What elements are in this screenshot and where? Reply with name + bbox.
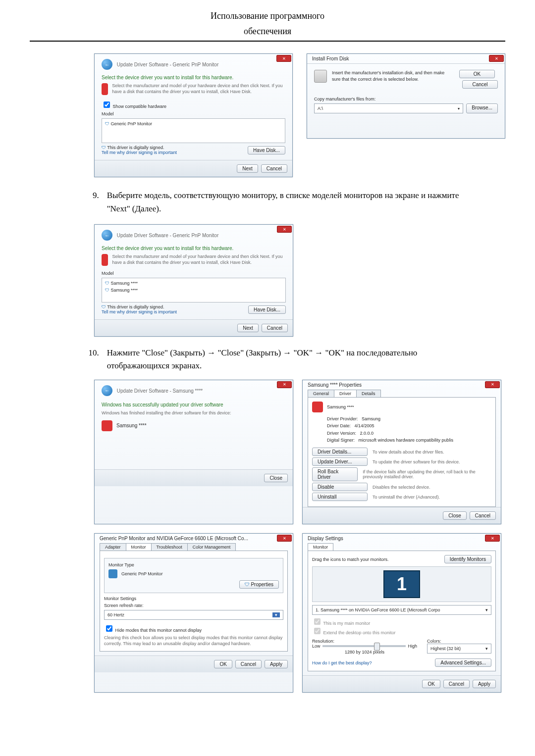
identify-button[interactable]: Identify Monitors [444, 555, 491, 563]
driver-details-button[interactable]: Driver Details... [312, 448, 368, 456]
close-button[interactable]: Close [264, 474, 288, 482]
res-label: Resolution: [312, 639, 417, 644]
value: microsoft windows hardware compatibility… [359, 438, 454, 443]
cancel-button[interactable]: Cancel [235, 660, 262, 668]
model-header: Model [102, 271, 286, 276]
cancel-button[interactable]: Cancel [261, 164, 287, 173]
uninstall-button[interactable]: Uninstall [312, 493, 368, 501]
close-icon[interactable]: ✕ [489, 55, 504, 62]
cancel-button[interactable]: Cancel [262, 324, 288, 332]
close-icon[interactable]: ✕ [277, 226, 292, 233]
monitor-name: Generic PnP Monitor [121, 571, 162, 576]
model-list[interactable]: 🛡 Generic PnP Monitor [102, 118, 285, 143]
close-icon[interactable]: ✕ [277, 381, 292, 388]
colors-label: Colors: [427, 639, 491, 644]
back-icon[interactable]: ← [102, 230, 112, 241]
have-disk-button[interactable]: Have Disk... [248, 305, 286, 314]
label: Digital Signer: [327, 438, 355, 443]
disk-msg: Insert the manufacturer's installation d… [332, 70, 454, 82]
slider-high: High [408, 644, 417, 649]
label: Driver Date: [327, 423, 351, 428]
desc: To update the driver software for this d… [373, 459, 460, 464]
signing-link[interactable]: Tell me why driver signing is important [102, 150, 177, 155]
colors-select[interactable]: Highest (32 bit)▾ [427, 644, 491, 654]
hint-text: Windows has finished installing the driv… [102, 410, 286, 415]
ok-button[interactable]: OK [459, 70, 495, 78]
shield-icon: 🛡 [105, 121, 109, 126]
model-list[interactable]: 🛡 Samsung **** 🛡 Samsung **** [102, 278, 286, 302]
refresh-label: Screen refresh rate: [104, 603, 283, 608]
window-title: Update Driver Software - Samsung **** [117, 388, 203, 393]
apply-button[interactable]: Apply [265, 660, 288, 668]
best-display-link[interactable]: How do I get the best display? [312, 660, 372, 665]
label: Driver Provider: [327, 416, 358, 421]
back-icon[interactable]: ← [102, 385, 112, 396]
heading: Select the device driver you want to ins… [102, 246, 286, 251]
display-settings-window: ✕ Display Settings Monitor Drag the icon… [302, 533, 501, 693]
tab-color[interactable]: Color Management [187, 543, 236, 551]
cancel-button[interactable]: Cancel [443, 680, 470, 688]
update-driver-window-1: ✕ ← Update Driver Software - Generic PnP… [94, 53, 293, 177]
hide-modes-checkbox[interactable]: Hide modes that this monitor cannot disp… [104, 624, 283, 633]
rollback-button[interactable]: Roll Back Driver [312, 467, 358, 481]
back-icon[interactable]: ← [102, 59, 112, 70]
tab-general[interactable]: General [308, 390, 334, 397]
browse-button[interactable]: Browse... [466, 103, 498, 113]
model-header: Model [102, 111, 285, 116]
close-icon[interactable]: ✕ [485, 381, 500, 388]
have-disk-button[interactable]: Have Disk... [248, 146, 285, 154]
desc: To uninstall the driver (Advanced). [373, 495, 440, 500]
path-input[interactable]: A:\▾ [314, 103, 463, 113]
hide-desc: Clearing this check box allows you to se… [104, 635, 283, 647]
section-label: Monitor Type [108, 562, 279, 567]
close-icon[interactable]: ✕ [276, 55, 291, 62]
ok-button[interactable]: OK [214, 660, 232, 668]
disable-button[interactable]: Disable [312, 483, 368, 491]
step-9: 9. Выберите модель, соответствующую мони… [88, 189, 476, 215]
next-button[interactable]: Next [237, 164, 258, 173]
advanced-button[interactable]: Advanced Settings... [435, 658, 491, 667]
device-name: Samsung **** [327, 404, 354, 409]
next-button[interactable]: Next [237, 324, 259, 332]
signing-link[interactable]: Tell me why driver signing is important [102, 309, 177, 314]
hint-text: Select the manufacturer and model of you… [112, 83, 285, 95]
window-title: Update Driver Software - Generic PnP Mon… [117, 62, 218, 67]
driver-icon [102, 254, 108, 266]
tab-monitor[interactable]: Monitor [308, 543, 333, 551]
tab-monitor[interactable]: Monitor [126, 543, 152, 551]
update-success-window: ✕ ← Update Driver Software - Samsung ***… [94, 380, 293, 525]
tab-troubleshoot[interactable]: Troubleshoot [151, 543, 188, 551]
resolution-slider[interactable] [322, 645, 406, 647]
value: 4/14/2005 [355, 423, 374, 428]
update-driver-button[interactable]: Update Driver... [312, 457, 368, 466]
monitor-icon [102, 420, 112, 431]
header-rule [30, 41, 505, 42]
section-label: Monitor Settings [104, 596, 283, 601]
show-compat-checkbox[interactable]: Show compatible hardware [102, 104, 166, 109]
signed-text: This driver is digitally signed. [107, 304, 164, 309]
monitor-preview[interactable]: 1 [312, 566, 491, 602]
cancel-button[interactable]: Cancel [462, 80, 498, 89]
properties-button[interactable]: 🛡 Properties [239, 580, 279, 589]
heading: Select the device driver you want to ins… [102, 75, 285, 80]
hint-text: Select the manufacturer and model of you… [112, 254, 286, 266]
ok-button[interactable]: OK [422, 680, 440, 688]
tab-driver[interactable]: Driver [334, 390, 357, 397]
close-button[interactable]: Close [443, 511, 467, 520]
close-icon[interactable]: ✕ [485, 535, 500, 542]
refresh-select[interactable]: 60 Hertz▾ [104, 610, 283, 620]
res-value: 1280 by 1024 pixels [312, 650, 417, 655]
tab-details[interactable]: Details [356, 390, 381, 397]
desc: If the device fails after updating the d… [363, 469, 491, 479]
heading: Windows has successfully updated your dr… [102, 402, 286, 407]
cancel-button[interactable]: Cancel [470, 511, 496, 520]
value: 2.0.0.0 [360, 431, 374, 436]
page-title: Использование программного [30, 10, 505, 22]
monitor-icon [108, 569, 117, 578]
apply-button[interactable]: Apply [473, 680, 496, 688]
close-icon[interactable]: ✕ [277, 535, 292, 542]
device-name: Samsung **** [116, 423, 147, 428]
window-title: Generic PnP Monitor and NVIDIA GeForce 6… [95, 534, 293, 543]
monitor-select[interactable]: 1. Samsung **** on NVIDIA GeForce 6600 L… [312, 605, 491, 615]
tab-adapter[interactable]: Adapter [100, 543, 126, 551]
